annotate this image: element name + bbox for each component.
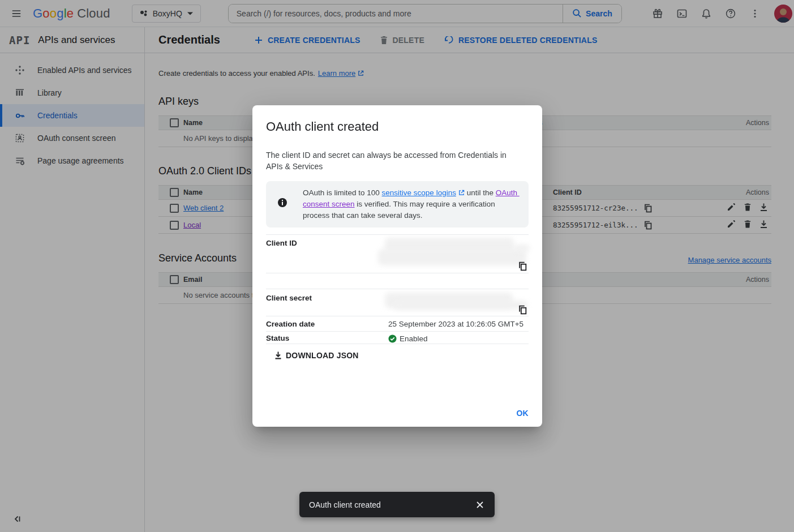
client-id-row: Client ID (266, 234, 529, 273)
redacted-value (514, 244, 530, 252)
client-secret-value-redacted (388, 289, 529, 316)
sensitive-scope-logins-link[interactable]: sensitive scope logins (382, 188, 456, 197)
client-id-value-redacted (388, 235, 529, 273)
status-label: Status (266, 332, 388, 344)
external-link-icon (458, 190, 465, 196)
spacer-row (266, 273, 529, 289)
download-json-button[interactable]: DOWNLOAD JSON (274, 351, 359, 360)
close-icon[interactable] (473, 498, 487, 512)
status-badge: Enabled (400, 334, 428, 343)
client-secret-row: Client secret (266, 289, 529, 316)
client-secret-label: Client secret (266, 289, 388, 316)
creation-date-label: Creation date (266, 316, 388, 331)
copy-icon[interactable] (518, 305, 527, 315)
status-row: Status Enabled (266, 331, 529, 344)
redacted-value (394, 301, 527, 310)
ok-button[interactable]: OK (516, 409, 529, 418)
dialog-subtitle: The client ID and secret can always be a… (266, 149, 517, 172)
oauth-client-created-dialog: OAuth client created The client ID and s… (252, 105, 542, 427)
toast-notification: OAuth client created (299, 492, 495, 517)
toast-message: OAuth client created (309, 500, 381, 509)
download-icon (274, 351, 282, 360)
redacted-value (378, 249, 526, 265)
copy-icon[interactable] (518, 261, 527, 271)
creation-date-value: 25 September 2023 at 10:26:05 GMT+5 (388, 316, 529, 331)
verification-notice: OAuth is limited to 100 sensitive scope … (266, 181, 529, 228)
creation-date-row: Creation date 25 September 2023 at 10:26… (266, 316, 529, 331)
check-circle-icon (388, 334, 397, 343)
client-id-label: Client ID (266, 235, 388, 273)
dialog-title: OAuth client created (266, 119, 529, 135)
info-icon (277, 187, 287, 221)
